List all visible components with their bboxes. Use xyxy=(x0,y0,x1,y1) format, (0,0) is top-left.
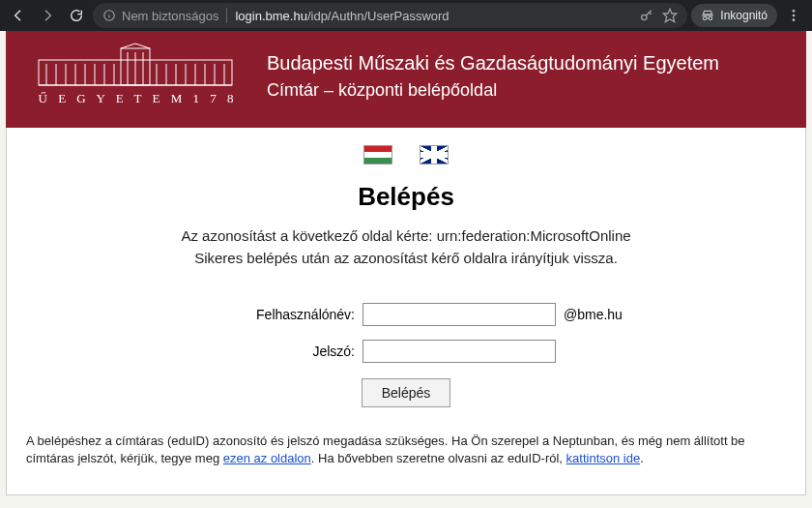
svg-marker-4 xyxy=(664,9,677,21)
incognito-icon xyxy=(701,9,714,22)
menu-button[interactable] xyxy=(781,8,806,23)
back-button[interactable] xyxy=(6,3,31,28)
key-icon[interactable] xyxy=(639,8,654,23)
security-status-text: Nem biztonságos xyxy=(122,9,218,23)
svg-point-5 xyxy=(793,10,796,13)
login-heading: Belépés xyxy=(24,182,788,212)
page-header: M Ű E G Y E T E M 1 7 8 2 Budapesti Műsz… xyxy=(6,31,806,128)
address-bar[interactable]: Nem biztonságos login.bme.hu/idp/Authn/U… xyxy=(93,3,687,28)
login-form: Felhasználónév: @bme.hu Jelszó: Belépés xyxy=(24,303,788,407)
svg-text:M Ű E G Y E T E M   1 7 8 2: M Ű E G Y E T E M 1 7 8 2 xyxy=(29,91,242,105)
incognito-badge[interactable]: Inkognitó xyxy=(691,4,777,27)
info-icon xyxy=(102,9,116,22)
svg-point-7 xyxy=(793,18,796,21)
incognito-label: Inkognitó xyxy=(720,9,768,22)
eduid-info-link[interactable]: kattintson ide xyxy=(566,451,641,465)
forward-button[interactable] xyxy=(35,3,60,28)
auth-redirect-text: Sikeres belépés után az azonosítást kérő… xyxy=(24,250,788,266)
svg-point-3 xyxy=(642,15,647,19)
login-button[interactable]: Belépés xyxy=(362,378,451,407)
star-icon[interactable] xyxy=(662,8,678,23)
svg-point-6 xyxy=(793,15,796,17)
set-password-link[interactable]: ezen az oldalon xyxy=(223,451,311,465)
username-suffix: @bme.hu xyxy=(564,307,641,322)
password-input[interactable] xyxy=(362,340,556,363)
hungarian-flag-icon[interactable] xyxy=(363,145,392,164)
uk-flag-icon[interactable] xyxy=(420,145,449,164)
reload-button[interactable] xyxy=(64,3,89,28)
username-label: Felhasználónév: xyxy=(171,307,355,322)
page-title: Budapesti Műszaki és Gazdaságtudományi E… xyxy=(267,52,719,75)
password-label: Jelszó: xyxy=(171,344,355,359)
university-logo: M Ű E G Y E T E M 1 7 8 2 xyxy=(29,43,242,110)
url-text: login.bme.hu/idp/Authn/UserPassword xyxy=(235,9,449,23)
main-content: Belépés Az azonosítást a következő oldal… xyxy=(6,128,806,495)
username-input[interactable] xyxy=(362,303,556,326)
page-subtitle: Címtár – központi belépőoldal xyxy=(267,80,719,101)
auth-requester-text: Az azonosítást a következő oldal kérte: … xyxy=(24,227,788,244)
footnote-text: A belépéshez a címtáras (eduID) azonosít… xyxy=(24,433,788,466)
browser-toolbar: Nem biztonságos login.bme.hu/idp/Authn/U… xyxy=(0,0,812,31)
